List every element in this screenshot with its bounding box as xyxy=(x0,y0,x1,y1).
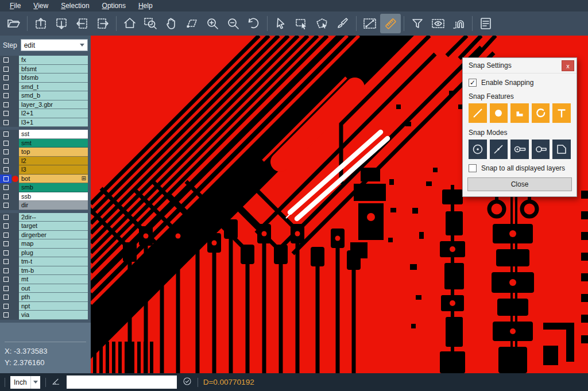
layer-row-fx[interactable]: fx xyxy=(0,56,91,65)
layer-row-out[interactable]: out xyxy=(0,284,91,293)
zoom-home-icon[interactable] xyxy=(119,14,140,33)
command-input[interactable] xyxy=(67,375,177,389)
pan-left-icon[interactable] xyxy=(72,14,92,33)
apply-check-icon[interactable] xyxy=(182,376,192,389)
layer-checkbox-l3[interactable] xyxy=(0,165,11,175)
menu-item-view[interactable]: View xyxy=(27,0,55,11)
layer-checkbox-bfsmb[interactable] xyxy=(0,73,11,83)
layer-checkbox-top[interactable] xyxy=(0,148,11,157)
zoom-previous-icon[interactable] xyxy=(243,14,264,33)
layer-checkbox-bfsmt[interactable] xyxy=(0,65,11,74)
enable-snapping-checkbox[interactable] xyxy=(469,79,477,87)
all-layers-checkbox[interactable] xyxy=(469,164,477,172)
report-icon[interactable] xyxy=(475,14,496,33)
zoom-in-icon[interactable] xyxy=(202,14,223,33)
layer-checkbox-smb[interactable] xyxy=(0,183,11,192)
mode-slot-right-icon[interactable] xyxy=(510,140,529,159)
layer-checkbox-smd_t[interactable] xyxy=(0,83,11,92)
layer-checkbox-bot[interactable] xyxy=(0,175,11,184)
layer-row-pth[interactable]: pth xyxy=(0,293,91,302)
zoom-out-icon[interactable] xyxy=(223,14,243,33)
layer-checkbox-2dir--[interactable] xyxy=(0,213,11,222)
layer-checkbox-mt[interactable] xyxy=(0,275,11,284)
layer-row-bot[interactable]: bot⊞ xyxy=(0,175,91,184)
layer-checkbox-ssb[interactable] xyxy=(0,192,11,202)
layer-checkbox-l3+1[interactable] xyxy=(0,118,11,127)
layer-row-smb[interactable]: smb xyxy=(0,183,91,192)
layer-row-dir[interactable]: dir xyxy=(0,201,91,210)
layer-checkbox-via[interactable] xyxy=(0,311,11,320)
zoom-window-icon[interactable] xyxy=(140,14,161,33)
open-file-icon[interactable] xyxy=(3,14,24,33)
zoom-polygon-icon[interactable] xyxy=(181,14,202,33)
measure-ruler-icon[interactable] xyxy=(380,14,401,33)
menu-item-options[interactable]: Options xyxy=(96,0,132,11)
menu-item-help[interactable]: Help xyxy=(132,0,159,11)
layer-checkbox-smd_b[interactable] xyxy=(0,91,11,100)
layer-checkbox-dirgerber[interactable] xyxy=(0,231,11,240)
layer-checkbox-l2[interactable] xyxy=(0,157,11,166)
step-dropdown[interactable]: edit xyxy=(21,39,88,51)
layer-row-via[interactable]: via xyxy=(0,311,91,320)
layer-checkbox-target[interactable] xyxy=(0,222,11,231)
layer-row-map[interactable]: map xyxy=(0,239,91,249)
layer-row-mt[interactable]: mt xyxy=(0,275,91,284)
layer-checkbox-tm-t[interactable] xyxy=(0,257,11,266)
pan-down-icon[interactable] xyxy=(51,14,72,33)
dialog-close-button[interactable]: x xyxy=(562,60,574,71)
snap-pad-icon[interactable] xyxy=(490,103,508,123)
pan-hand-icon[interactable] xyxy=(161,14,181,33)
layer-row-tm-b[interactable]: tm-b xyxy=(0,266,91,276)
layer-row-l2[interactable]: l2 xyxy=(0,157,91,166)
measure-line-icon[interactable] xyxy=(359,14,380,33)
snap-surface-icon[interactable] xyxy=(510,103,529,123)
layer-row-dirgerber[interactable]: dirgerber xyxy=(0,231,91,240)
layer-row-2dir--[interactable]: 2dir-- xyxy=(0,213,91,222)
layer-checkbox-tm-b[interactable] xyxy=(0,266,11,276)
mode-midpoint-icon[interactable] xyxy=(490,140,508,159)
layer-checkbox-npt[interactable] xyxy=(0,302,11,311)
unit-dropdown[interactable]: Inch xyxy=(10,376,40,389)
layer-row-l3+1[interactable]: l3+1 xyxy=(0,118,91,127)
layer-checkbox-smt[interactable] xyxy=(0,139,11,148)
layer-row-npt[interactable]: npt xyxy=(0,302,91,311)
menu-item-selection[interactable]: Selection xyxy=(55,0,95,11)
layer-checkbox-l2+1[interactable] xyxy=(0,109,11,118)
layer-row-l3[interactable]: l3 xyxy=(0,165,91,175)
layer-checkbox-map[interactable] xyxy=(0,239,11,249)
layer-row-sst[interactable]: sst xyxy=(0,130,91,139)
snap-text-icon[interactable] xyxy=(552,103,571,123)
mode-slot-left-icon[interactable] xyxy=(532,140,550,159)
layer-row-smd_t[interactable]: smd_t xyxy=(0,83,91,92)
layer-checkbox-fx[interactable] xyxy=(0,56,11,65)
select-polygon-icon[interactable] xyxy=(312,14,332,33)
layer-row-ssb[interactable]: ssb xyxy=(0,192,91,202)
snap-line-icon[interactable] xyxy=(469,103,487,123)
dialog-close-action-button[interactable]: Close xyxy=(467,177,572,191)
show-selection-icon[interactable] xyxy=(428,14,448,33)
snap-arc-icon[interactable] xyxy=(532,103,550,123)
layer-row-tm-t[interactable]: tm-t xyxy=(0,257,91,266)
menu-item-file[interactable]: File xyxy=(3,0,27,11)
layer-checkbox-sst[interactable] xyxy=(0,130,11,139)
layer-row-bfsmb[interactable]: bfsmb xyxy=(0,73,91,83)
layer-row-bfsmt[interactable]: bfsmt xyxy=(0,65,91,74)
clear-brush-icon[interactable] xyxy=(332,14,353,33)
layer-row-smd_b[interactable]: smd_b xyxy=(0,91,91,100)
layer-checkbox-plug[interactable] xyxy=(0,249,11,258)
pan-right-icon[interactable] xyxy=(92,14,113,33)
mode-contour-icon[interactable] xyxy=(552,140,571,159)
layer-row-smt[interactable]: smt xyxy=(0,139,91,148)
select-arrow-icon[interactable] xyxy=(270,14,291,33)
layer-row-plug[interactable]: plug xyxy=(0,249,91,258)
pan-up-icon[interactable] xyxy=(30,14,51,33)
layer-checkbox-out[interactable] xyxy=(0,284,11,293)
layer-checkbox-pth[interactable] xyxy=(0,293,11,302)
select-rectangle-icon[interactable] xyxy=(291,14,312,33)
layer-row-layer_3.gbr[interactable]: layer_3.gbr xyxy=(0,100,91,110)
layer-row-top[interactable]: top xyxy=(0,148,91,157)
layer-row-l2+1[interactable]: l2+1 xyxy=(0,109,91,118)
mode-center-icon[interactable] xyxy=(469,140,487,159)
snap-path-icon[interactable] xyxy=(448,14,469,33)
layer-row-target[interactable]: target xyxy=(0,222,91,231)
